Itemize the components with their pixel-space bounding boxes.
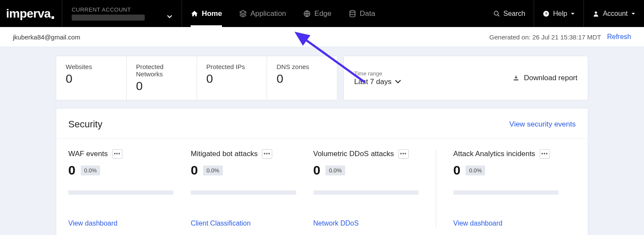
generated-label: Generated on: <box>489 33 531 41</box>
help-icon: ? <box>543 10 550 17</box>
metric-pct-badge: 0.0% <box>81 166 100 175</box>
nav-edge[interactable]: Edge <box>295 0 340 27</box>
svg-point-2 <box>494 11 498 15</box>
refresh-link[interactable]: Refresh <box>607 33 631 41</box>
metric-attack-analytics: Attack Analytics incidents ••• 0 0.0% Vi… <box>436 149 576 227</box>
account-label: Account <box>603 10 628 18</box>
metric-bar <box>68 190 173 195</box>
metric-waf-events: WAF events ••• 0 0.0% View dashboard <box>68 149 191 227</box>
security-title: Security <box>68 119 102 130</box>
download-icon <box>513 75 519 81</box>
svg-text:?: ? <box>545 12 547 16</box>
metric-title: Volumetric DDoS attacks <box>313 150 394 158</box>
caret-down-icon <box>631 12 635 15</box>
nav-home[interactable]: Home <box>182 0 231 27</box>
nav-application[interactable]: Application <box>231 0 295 27</box>
topnav-right: Search ? Help Account <box>485 0 644 27</box>
metric-menu-button[interactable]: ••• <box>540 149 550 159</box>
metric-mitigated-bot: Mitigated bot attacks ••• 0 0.0% Client … <box>191 149 313 227</box>
current-account-selector[interactable]: CURRENT ACCOUNT <box>62 0 182 27</box>
caret-down-icon <box>167 15 172 18</box>
account-button[interactable]: Account <box>583 0 644 27</box>
top-nav: imperva CURRENT ACCOUNT Home Application <box>0 0 644 27</box>
breadcrumb: jkuberka84@gmail.com <box>13 33 80 41</box>
metric-bar <box>191 190 296 195</box>
caret-down-icon <box>571 12 575 15</box>
card-value: 0 <box>207 72 258 86</box>
home-icon <box>191 10 198 18</box>
metric-value: 0 <box>191 163 198 178</box>
nav-edge-label: Edge <box>314 9 331 18</box>
summary-row: Websites 0 Protected Networks 0 Protecte… <box>56 56 588 100</box>
svg-point-6 <box>595 11 597 13</box>
help-button[interactable]: ? Help <box>534 0 583 27</box>
metric-ddos: Volumetric DDoS attacks ••• 0 0.0% Netwo… <box>313 149 436 227</box>
current-account-value <box>72 15 145 21</box>
main-content: Websites 0 Protected Networks 0 Protecte… <box>0 47 644 235</box>
svg-line-3 <box>498 15 499 16</box>
metric-value: 0 <box>313 163 321 178</box>
search-icon <box>493 10 500 17</box>
card-title: DNS zones <box>276 63 328 70</box>
generated-on-text: Generated on: 26 Jul 21 15:38:17 MDT <box>489 33 601 41</box>
metric-link[interactable]: View dashboard <box>453 220 502 227</box>
card-value: 0 <box>276 72 328 86</box>
metric-menu-button[interactable]: ••• <box>398 149 409 159</box>
logo-cell: imperva <box>0 0 62 27</box>
metric-menu-button[interactable]: ••• <box>112 149 122 159</box>
metric-bar <box>313 190 419 195</box>
chevron-down-icon <box>395 80 401 84</box>
card-value: 0 <box>66 72 117 86</box>
card-protected-networks[interactable]: Protected Networks 0 <box>127 56 197 100</box>
timerange-selector[interactable]: Last 7 days <box>354 78 401 86</box>
nav-home-label: Home <box>202 9 222 18</box>
card-value: 0 <box>136 79 187 93</box>
view-security-events-link[interactable]: View security events <box>509 120 576 129</box>
metric-title: Mitigated bot attacks <box>191 150 258 158</box>
security-panel-header: Security View security events <box>56 108 588 139</box>
card-title: Protected IPs <box>207 63 258 70</box>
metric-bar <box>453 190 559 195</box>
nav-application-label: Application <box>250 9 286 18</box>
timerange-label: Time range <box>354 70 401 77</box>
card-title: Protected Networks <box>136 63 187 78</box>
subheader: jkuberka84@gmail.com Generated on: 26 Ju… <box>0 27 644 47</box>
card-title: Websites <box>66 63 117 70</box>
current-account-label: CURRENT ACCOUNT <box>72 6 172 13</box>
database-icon <box>349 10 356 18</box>
metric-menu-button[interactable]: ••• <box>262 149 272 159</box>
timerange-card: Time range Last 7 days Download report <box>343 56 588 100</box>
metric-title: WAF events <box>68 150 108 158</box>
logo-dot <box>52 16 54 19</box>
metrics-row: WAF events ••• 0 0.0% View dashboard Mit… <box>56 139 588 227</box>
metric-value: 0 <box>453 163 461 178</box>
metric-title: Attack Analytics incidents <box>453 150 535 158</box>
brand-logo[interactable]: imperva <box>6 7 54 21</box>
security-panel: Security View security events WAF events… <box>56 108 588 235</box>
download-report-button[interactable]: Download report <box>513 74 577 82</box>
card-protected-ips[interactable]: Protected IPs 0 <box>197 56 267 100</box>
metric-pct-badge: 0.0% <box>203 166 223 175</box>
stack-icon <box>239 10 247 18</box>
help-label: Help <box>553 10 567 18</box>
metric-value: 0 <box>68 163 76 178</box>
generated-value: 26 Jul 21 15:38:17 MDT <box>532 33 601 41</box>
globe-icon <box>303 10 311 18</box>
nav-data[interactable]: Data <box>340 0 384 27</box>
metric-pct-badge: 0.0% <box>325 166 345 175</box>
metric-link[interactable]: View dashboard <box>68 220 117 227</box>
brand-text: imperva <box>6 7 51 21</box>
card-dns-zones[interactable]: DNS zones 0 <box>267 56 337 100</box>
search-button[interactable]: Search <box>485 0 534 27</box>
primary-nav: Home Application Edge Data <box>182 0 384 27</box>
download-report-label: Download report <box>524 74 577 82</box>
nav-data-label: Data <box>360 9 375 18</box>
summary-cards: Websites 0 Protected Networks 0 Protecte… <box>56 56 337 100</box>
timerange-value-text: Last 7 days <box>354 78 392 86</box>
user-icon <box>592 10 599 17</box>
search-label: Search <box>504 10 526 18</box>
metric-link[interactable]: Client Classification <box>191 220 251 227</box>
metric-pct-badge: 0.0% <box>465 166 485 175</box>
card-websites[interactable]: Websites 0 <box>56 56 127 100</box>
metric-link[interactable]: Network DDoS <box>313 220 359 227</box>
